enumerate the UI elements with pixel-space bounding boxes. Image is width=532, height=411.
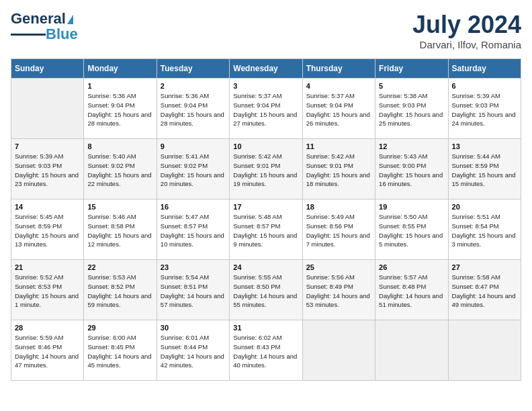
weekday-header: Wednesday xyxy=(230,59,302,79)
calendar-cell: 7Sunrise: 5:39 AMSunset: 9:03 PMDaylight… xyxy=(11,139,84,199)
day-number: 15 xyxy=(87,203,152,211)
calendar-week-row: 1Sunrise: 5:36 AMSunset: 9:04 PMDaylight… xyxy=(11,79,521,139)
calendar-table: SundayMondayTuesdayWednesdayThursdayFrid… xyxy=(11,58,521,381)
day-info: Sunrise: 5:56 AMSunset: 8:49 PMDaylight:… xyxy=(306,273,371,310)
page-header: General Blue July 2024 Darvari, Ilfov, R… xyxy=(11,11,521,50)
day-number: 10 xyxy=(233,142,298,150)
calendar-cell: 18Sunrise: 5:49 AMSunset: 8:56 PMDayligh… xyxy=(302,199,375,260)
day-number: 14 xyxy=(15,203,80,211)
day-number: 26 xyxy=(379,263,444,271)
calendar-cell: 9Sunrise: 5:41 AMSunset: 9:02 PMDaylight… xyxy=(157,139,229,199)
day-info: Sunrise: 5:48 AMSunset: 8:57 PMDaylight:… xyxy=(233,212,298,249)
calendar-cell: 4Sunrise: 5:37 AMSunset: 9:04 PMDaylight… xyxy=(302,79,375,139)
day-number: 11 xyxy=(306,142,371,150)
calendar-cell: 11Sunrise: 5:42 AMSunset: 9:01 PMDayligh… xyxy=(302,139,375,199)
day-number: 16 xyxy=(161,203,226,211)
day-info: Sunrise: 5:57 AMSunset: 8:48 PMDaylight:… xyxy=(379,273,444,310)
day-info: Sunrise: 5:36 AMSunset: 9:04 PMDaylight:… xyxy=(161,91,226,128)
day-number: 5 xyxy=(379,82,444,90)
day-info: Sunrise: 5:50 AMSunset: 8:55 PMDaylight:… xyxy=(379,212,444,249)
day-number: 27 xyxy=(452,263,517,271)
logo-text: General xyxy=(11,11,73,27)
day-info: Sunrise: 5:41 AMSunset: 9:02 PMDaylight:… xyxy=(161,152,226,189)
calendar-cell xyxy=(375,320,448,381)
day-number: 28 xyxy=(15,324,80,332)
day-number: 4 xyxy=(306,82,371,90)
calendar-cell: 23Sunrise: 5:54 AMSunset: 8:51 PMDayligh… xyxy=(157,260,229,320)
logo-blue: Blue xyxy=(46,26,78,43)
day-info: Sunrise: 6:00 AMSunset: 8:45 PMDaylight:… xyxy=(87,333,152,370)
calendar-cell: 2Sunrise: 5:36 AMSunset: 9:04 PMDaylight… xyxy=(157,79,229,139)
weekday-header: Sunday xyxy=(11,59,84,79)
day-info: Sunrise: 5:53 AMSunset: 8:52 PMDaylight:… xyxy=(87,273,152,310)
day-number: 31 xyxy=(233,324,298,332)
day-info: Sunrise: 5:46 AMSunset: 8:58 PMDaylight:… xyxy=(87,212,152,249)
weekday-header-row: SundayMondayTuesdayWednesdayThursdayFrid… xyxy=(11,59,521,79)
day-info: Sunrise: 5:45 AMSunset: 8:59 PMDaylight:… xyxy=(15,212,80,249)
day-number: 6 xyxy=(452,82,517,90)
calendar-cell: 14Sunrise: 5:45 AMSunset: 8:59 PMDayligh… xyxy=(11,199,84,260)
calendar-cell: 27Sunrise: 5:58 AMSunset: 8:47 PMDayligh… xyxy=(448,260,521,320)
calendar-cell: 28Sunrise: 5:59 AMSunset: 8:46 PMDayligh… xyxy=(11,320,84,381)
day-number: 12 xyxy=(379,142,444,150)
month-title: July 2024 xyxy=(412,11,521,39)
calendar-cell: 25Sunrise: 5:56 AMSunset: 8:49 PMDayligh… xyxy=(302,260,375,320)
calendar-cell: 22Sunrise: 5:53 AMSunset: 8:52 PMDayligh… xyxy=(84,260,157,320)
day-number: 2 xyxy=(161,82,226,90)
day-info: Sunrise: 5:47 AMSunset: 8:57 PMDaylight:… xyxy=(161,212,226,249)
day-info: Sunrise: 5:42 AMSunset: 9:01 PMDaylight:… xyxy=(233,152,298,189)
day-number: 17 xyxy=(233,203,298,211)
day-info: Sunrise: 5:36 AMSunset: 9:04 PMDaylight:… xyxy=(87,91,152,128)
day-number: 29 xyxy=(87,324,152,332)
calendar-cell: 24Sunrise: 5:55 AMSunset: 8:50 PMDayligh… xyxy=(230,260,302,320)
day-info: Sunrise: 5:44 AMSunset: 8:59 PMDaylight:… xyxy=(452,152,517,189)
day-number: 20 xyxy=(452,203,517,211)
calendar-week-row: 7Sunrise: 5:39 AMSunset: 9:03 PMDaylight… xyxy=(11,139,521,199)
day-info: Sunrise: 5:51 AMSunset: 8:54 PMDaylight:… xyxy=(452,212,517,249)
day-info: Sunrise: 5:49 AMSunset: 8:56 PMDaylight:… xyxy=(306,212,371,249)
day-info: Sunrise: 5:52 AMSunset: 8:53 PMDaylight:… xyxy=(15,273,80,310)
calendar-cell: 17Sunrise: 5:48 AMSunset: 8:57 PMDayligh… xyxy=(230,199,302,260)
title-block: July 2024 Darvari, Ilfov, Romania xyxy=(412,11,521,50)
calendar-cell: 8Sunrise: 5:40 AMSunset: 9:02 PMDaylight… xyxy=(84,139,157,199)
calendar-cell: 20Sunrise: 5:51 AMSunset: 8:54 PMDayligh… xyxy=(448,199,521,260)
calendar-cell: 15Sunrise: 5:46 AMSunset: 8:58 PMDayligh… xyxy=(84,199,157,260)
weekday-header: Monday xyxy=(84,59,157,79)
calendar-cell xyxy=(302,320,375,381)
day-number: 25 xyxy=(306,263,371,271)
day-info: Sunrise: 6:01 AMSunset: 8:44 PMDaylight:… xyxy=(161,333,226,370)
day-info: Sunrise: 5:40 AMSunset: 9:02 PMDaylight:… xyxy=(87,152,152,189)
calendar-cell: 1Sunrise: 5:36 AMSunset: 9:04 PMDaylight… xyxy=(84,79,157,139)
day-info: Sunrise: 5:38 AMSunset: 9:03 PMDaylight:… xyxy=(379,91,444,128)
day-info: Sunrise: 5:37 AMSunset: 9:04 PMDaylight:… xyxy=(306,91,371,128)
day-number: 7 xyxy=(15,142,80,150)
location-title: Darvari, Ilfov, Romania xyxy=(412,39,521,50)
calendar-cell: 13Sunrise: 5:44 AMSunset: 8:59 PMDayligh… xyxy=(448,139,521,199)
calendar-cell: 30Sunrise: 6:01 AMSunset: 8:44 PMDayligh… xyxy=(157,320,229,381)
day-info: Sunrise: 5:39 AMSunset: 9:03 PMDaylight:… xyxy=(452,91,517,128)
day-number: 13 xyxy=(452,142,517,150)
day-info: Sunrise: 5:59 AMSunset: 8:46 PMDaylight:… xyxy=(15,333,80,370)
logo: General Blue xyxy=(11,11,78,43)
day-info: Sunrise: 6:02 AMSunset: 8:43 PMDaylight:… xyxy=(233,333,298,370)
day-info: Sunrise: 5:42 AMSunset: 9:01 PMDaylight:… xyxy=(306,152,371,189)
weekday-header: Thursday xyxy=(302,59,375,79)
calendar-cell: 6Sunrise: 5:39 AMSunset: 9:03 PMDaylight… xyxy=(448,79,521,139)
day-info: Sunrise: 5:55 AMSunset: 8:50 PMDaylight:… xyxy=(233,273,298,310)
calendar-cell: 21Sunrise: 5:52 AMSunset: 8:53 PMDayligh… xyxy=(11,260,84,320)
day-number: 1 xyxy=(87,82,152,90)
day-number: 19 xyxy=(379,203,444,211)
day-info: Sunrise: 5:43 AMSunset: 9:00 PMDaylight:… xyxy=(379,152,444,189)
calendar-cell: 26Sunrise: 5:57 AMSunset: 8:48 PMDayligh… xyxy=(375,260,448,320)
day-number: 22 xyxy=(87,263,152,271)
calendar-week-row: 28Sunrise: 5:59 AMSunset: 8:46 PMDayligh… xyxy=(11,320,521,381)
calendar-cell: 12Sunrise: 5:43 AMSunset: 9:00 PMDayligh… xyxy=(375,139,448,199)
calendar-week-row: 21Sunrise: 5:52 AMSunset: 8:53 PMDayligh… xyxy=(11,260,521,320)
calendar-cell: 10Sunrise: 5:42 AMSunset: 9:01 PMDayligh… xyxy=(230,139,302,199)
day-number: 24 xyxy=(233,263,298,271)
calendar-week-row: 14Sunrise: 5:45 AMSunset: 8:59 PMDayligh… xyxy=(11,199,521,260)
calendar-cell: 31Sunrise: 6:02 AMSunset: 8:43 PMDayligh… xyxy=(230,320,302,381)
day-number: 18 xyxy=(306,203,371,211)
calendar-cell xyxy=(448,320,521,381)
day-number: 30 xyxy=(161,324,226,332)
